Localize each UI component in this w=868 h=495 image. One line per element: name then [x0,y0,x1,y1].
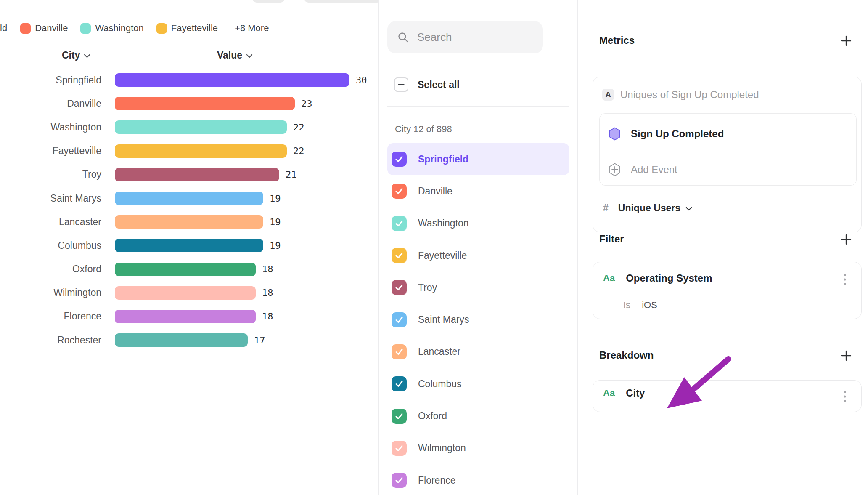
chart-row: Saint Marys 19 [0,186,378,210]
metric-summary-row: A Uniques of Sign Up Completed [602,89,759,101]
chart-bar-value: 21 [286,169,297,180]
check-icon [394,379,404,389]
search-box[interactable] [387,21,543,53]
column-header-city-label: City [62,50,80,61]
checked-checkbox[interactable] [392,152,407,167]
list-item[interactable]: Lancaster [387,336,569,368]
list-item[interactable]: Troy [387,271,569,303]
plus-icon [840,350,852,362]
check-icon [394,315,404,325]
check-icon [394,251,404,260]
select-all-toggle[interactable]: Select all [394,77,460,92]
indeterminate-checkbox[interactable] [394,77,408,92]
chart-bar[interactable] [115,286,256,300]
list-item[interactable]: Saint Marys [387,303,569,335]
chart-bar[interactable] [115,333,248,347]
filter-operator: Is [623,300,630,311]
check-icon [394,283,404,292]
event-row[interactable]: Sign Up Completed [609,125,724,142]
list-item[interactable]: Florence [387,464,569,495]
add-metric-button[interactable] [839,34,853,48]
list-item[interactable]: Danville [387,175,569,207]
select-all-label: Select all [418,79,460,90]
check-icon [394,186,404,196]
list-item-label: Oxford [418,410,447,422]
list-item-label: Springfield [418,154,468,165]
chart-bar[interactable] [115,263,256,276]
checked-checkbox[interactable] [392,184,407,199]
filter-card: Aa Operating System Is iOS [593,262,862,319]
legend-swatch [156,23,167,34]
list-item-label: Lancaster [418,346,460,357]
chart-bar-value: 18 [262,287,273,298]
filter-options-button[interactable] [838,270,852,289]
chart-column-headers: City Value [0,50,378,62]
kebab-icon [843,390,847,403]
legend-item: Fayetteville [156,23,218,34]
check-icon [394,412,404,421]
chart-bar[interactable] [115,97,295,110]
add-event-hexagon-icon [609,163,621,176]
list-item[interactable]: Oxford [387,400,569,432]
text-property-icon: Aa [603,273,615,284]
add-event-row[interactable]: Add Event [609,161,677,178]
search-input[interactable] [417,31,527,44]
checked-checkbox[interactable] [392,441,407,456]
breakdown-options-button[interactable] [838,387,852,406]
checked-checkbox[interactable] [392,473,407,488]
list-item[interactable]: Washington [387,208,569,240]
list-item[interactable]: Columbus [387,368,569,400]
list-item[interactable]: Springfield [387,143,569,175]
legend-more-button[interactable]: +8 More [235,23,269,34]
breakdown-section-title: Breakdown [599,349,654,361]
chart-row: Rochester 17 [0,328,378,352]
chart-bar[interactable] [115,215,263,229]
chart-row: Lancaster 19 [0,210,378,234]
chart-bar[interactable] [115,192,263,205]
list-item[interactable]: Wilmington [387,432,569,464]
add-filter-button[interactable] [839,233,853,246]
text-property-icon: Aa [603,388,615,399]
chart-bar-value: 22 [293,122,304,133]
plus-icon [840,234,852,245]
chart-row: Columbus 19 [0,234,378,257]
filter-property-row[interactable]: Aa Operating System [603,272,712,284]
checked-checkbox[interactable] [392,312,407,327]
column-header-city[interactable]: City [62,50,90,61]
filter-clause[interactable]: Is iOS [623,300,657,311]
legend-item: Danville [20,23,68,34]
checked-checkbox[interactable] [392,248,407,263]
checked-checkbox[interactable] [392,344,407,359]
column-header-value[interactable]: Value [217,50,253,61]
check-icon [394,347,404,357]
legend-swatch [20,23,31,34]
chart-bar-value: 19 [270,193,281,204]
add-breakdown-button[interactable] [839,349,853,362]
measure-selector[interactable]: # Unique Users [603,202,692,214]
chart-bar[interactable] [115,168,279,181]
chart-bar-value: 22 [293,146,304,156]
breakdown-card: Aa City [593,380,862,412]
chart-bar[interactable] [115,144,287,158]
checked-checkbox[interactable] [392,280,407,295]
chart-row: Fayetteville 22 [0,139,378,163]
plus-icon [840,35,852,47]
event-block: Sign Up Completed Add Event [599,113,857,186]
checked-checkbox[interactable] [392,409,407,424]
breakdown-property-row[interactable]: Aa City [603,387,645,399]
checked-checkbox[interactable] [392,376,407,391]
list-item-label: Columbus [418,378,462,390]
check-icon [394,476,404,485]
checked-checkbox[interactable] [392,216,407,231]
check-icon [394,219,404,228]
metric-summary-text: Uniques of Sign Up Completed [620,89,759,101]
list-item-label: Washington [418,218,469,229]
chart-row: Danville 23 [0,92,378,115]
chart-bar[interactable] [115,310,256,323]
chart-bar[interactable] [115,120,287,134]
list-item[interactable]: Fayetteville [387,240,569,271]
city-list: Springfield Danville Washington Fayettev… [387,143,569,495]
chart-bar[interactable] [115,73,349,87]
chart-bar[interactable] [115,239,263,252]
list-item-label: Fayetteville [418,250,467,261]
